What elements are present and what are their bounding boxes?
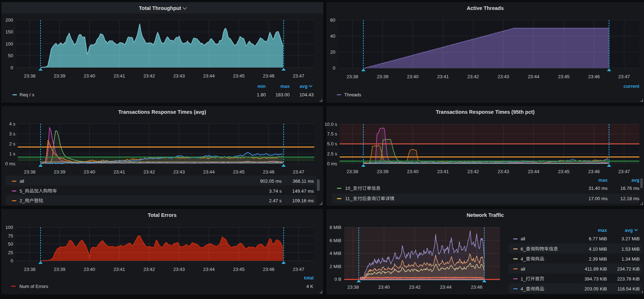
svg-text:200: 200 xyxy=(5,17,13,23)
svg-text:4 s: 4 s xyxy=(9,121,16,127)
svg-text:23:43: 23:43 xyxy=(173,169,185,175)
svg-text:6_: 6_ xyxy=(521,246,526,252)
svg-text:23:44: 23:44 xyxy=(440,284,452,290)
svg-text:1.80: 1.80 xyxy=(257,92,266,97)
svg-text:11_: 11_ xyxy=(345,196,353,201)
svg-text:3 s: 3 s xyxy=(9,131,16,137)
svg-text:23:44: 23:44 xyxy=(528,74,539,79)
svg-text:2.39 MiB: 2.39 MiB xyxy=(589,256,607,262)
svg-text:7.5 s: 7.5 s xyxy=(327,131,337,137)
svg-text:0 ms: 0 ms xyxy=(5,161,16,166)
svg-text:23:45: 23:45 xyxy=(233,169,245,175)
svg-text:10.0 s: 10.0 s xyxy=(325,122,337,127)
svg-text:104.43: 104.43 xyxy=(299,92,314,97)
svg-text:Transactions Response Times (9: Transactions Response Times (95th pct) xyxy=(436,109,535,115)
svg-text:3.74 s: 3.74 s xyxy=(269,188,282,194)
svg-text:3.27 MiB: 3.27 MiB xyxy=(622,236,640,241)
svg-text:2_: 2_ xyxy=(20,198,25,203)
svg-text:23:40: 23:40 xyxy=(407,74,419,79)
svg-text:4 MiB: 4 MiB xyxy=(330,251,341,256)
svg-text:23:39: 23:39 xyxy=(377,169,389,174)
svg-text:100: 100 xyxy=(5,225,13,230)
svg-text:min: min xyxy=(257,84,266,89)
svg-text:avg: avg xyxy=(632,177,639,183)
svg-text:23:39: 23:39 xyxy=(377,74,389,79)
svg-text:100: 100 xyxy=(5,41,13,47)
svg-text:23:42: 23:42 xyxy=(467,74,479,79)
svg-text:23:41: 23:41 xyxy=(437,169,449,174)
svg-text:23:42: 23:42 xyxy=(143,267,155,272)
svg-text:Active Threads: Active Threads xyxy=(467,5,504,11)
svg-text:23:46: 23:46 xyxy=(471,284,483,290)
svg-text:23:44: 23:44 xyxy=(203,169,215,175)
svg-text:8 MiB: 8 MiB xyxy=(330,225,341,230)
svg-text:23:41: 23:41 xyxy=(437,74,449,79)
svg-text:current: current xyxy=(623,84,639,89)
svg-text:23:45: 23:45 xyxy=(558,169,570,174)
svg-text:23:44: 23:44 xyxy=(203,73,215,79)
svg-text:23:46: 23:46 xyxy=(263,169,275,175)
svg-text:4_: 4_ xyxy=(521,256,526,262)
svg-text:0: 0 xyxy=(11,65,13,70)
svg-text:Transactions Response Times (a: Transactions Response Times (avg) xyxy=(118,109,206,115)
svg-text:10_: 10_ xyxy=(345,186,353,191)
svg-text:16.76 ms: 16.76 ms xyxy=(621,186,640,191)
svg-text:150: 150 xyxy=(5,29,13,34)
svg-text:23:46: 23:46 xyxy=(263,73,275,79)
svg-text:183.00: 183.00 xyxy=(276,92,290,97)
svg-text:203.05 KiB: 203.05 KiB xyxy=(584,286,607,292)
svg-text:Total Throughput: Total Throughput xyxy=(139,5,181,11)
svg-text:23:38: 23:38 xyxy=(24,267,36,272)
svg-text:Num of Errors: Num of Errors xyxy=(20,284,48,289)
svg-text:6.77 MiB: 6.77 MiB xyxy=(589,236,607,241)
svg-text:2.5 s: 2.5 s xyxy=(327,151,337,156)
svg-text:Threads: Threads xyxy=(344,92,361,97)
svg-text:23:47: 23:47 xyxy=(618,74,630,79)
svg-text:4 K: 4 K xyxy=(306,284,313,289)
svg-text:23:46: 23:46 xyxy=(588,169,600,174)
svg-text:23:40: 23:40 xyxy=(84,267,95,272)
svg-text:0 ms: 0 ms xyxy=(327,161,337,166)
svg-text:4.10 MiB: 4.10 MiB xyxy=(589,246,607,252)
svg-text:Network Traffic: Network Traffic xyxy=(467,212,504,218)
svg-text:23:39: 23:39 xyxy=(54,267,65,272)
svg-text:23:42: 23:42 xyxy=(143,169,155,175)
svg-text:2 MiB: 2 MiB xyxy=(330,264,341,269)
svg-text:23:43: 23:43 xyxy=(497,169,509,174)
svg-text:1.34 MiB: 1.34 MiB xyxy=(622,256,640,262)
svg-text:all: all xyxy=(20,178,24,184)
svg-text:23:38: 23:38 xyxy=(347,169,358,174)
svg-text:23:38: 23:38 xyxy=(347,74,358,79)
svg-text:366.11 ms: 366.11 ms xyxy=(293,178,314,184)
svg-text:avg: avg xyxy=(300,84,308,89)
svg-text:6 MiB: 6 MiB xyxy=(330,238,341,243)
svg-text:23:46: 23:46 xyxy=(263,267,275,272)
svg-text:17.00 ms: 17.00 ms xyxy=(589,196,608,201)
svg-text:50: 50 xyxy=(8,53,13,58)
svg-text:23:38: 23:38 xyxy=(347,284,359,290)
svg-text:23:47: 23:47 xyxy=(293,73,304,79)
svg-text:23:46: 23:46 xyxy=(588,74,600,79)
svg-text:1_: 1_ xyxy=(521,276,526,282)
svg-text:23:41: 23:41 xyxy=(113,73,125,79)
svg-text:max: max xyxy=(598,177,608,183)
svg-text:75: 75 xyxy=(8,233,13,239)
svg-text:23:38: 23:38 xyxy=(24,73,36,79)
svg-text:12.18 ms: 12.18 ms xyxy=(621,196,640,201)
svg-text:0 B: 0 B xyxy=(334,277,341,282)
svg-text:223.78 KiB: 223.78 KiB xyxy=(617,276,640,282)
svg-text:109.16 ms: 109.16 ms xyxy=(292,198,314,203)
svg-text:4_: 4_ xyxy=(521,286,526,292)
svg-text:23:43: 23:43 xyxy=(173,267,185,272)
svg-text:Total Errors: Total Errors xyxy=(148,212,176,218)
svg-text:23:44: 23:44 xyxy=(528,169,539,174)
svg-text:411.89 KiB: 411.89 KiB xyxy=(585,266,607,272)
svg-text:23:40: 23:40 xyxy=(378,284,390,290)
svg-text:1.53 MiB: 1.53 MiB xyxy=(622,246,640,252)
svg-text:23:47: 23:47 xyxy=(618,169,630,174)
svg-text:5.0 s: 5.0 s xyxy=(327,141,337,146)
svg-text:23:47: 23:47 xyxy=(293,169,304,175)
svg-text:25: 25 xyxy=(8,250,13,255)
svg-text:23:42: 23:42 xyxy=(467,169,479,174)
svg-text:23:47: 23:47 xyxy=(293,267,304,272)
